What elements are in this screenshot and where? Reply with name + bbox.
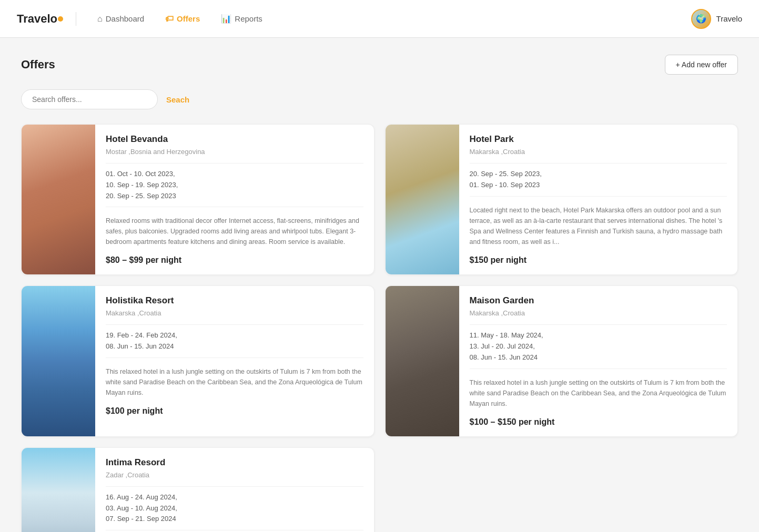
tag-icon: 🏷 (165, 14, 174, 24)
offer-image-hotel-bevanda (22, 125, 95, 274)
offer-card-holistika-resort[interactable]: Holistika Resort Makarska ,Croatia 19. F… (21, 285, 375, 436)
offer-location: Makarska ,Croatia (470, 148, 727, 156)
avatar: 🌍 (691, 9, 711, 29)
offer-card-maison-garden[interactable]: Maison Garden Makarska ,Croatia 11. May … (385, 285, 738, 436)
offer-card-intima-resort[interactable]: Intima Resord Zadar ,Croatia 16. Aug - 2… (21, 447, 375, 532)
chart-icon: 📊 (221, 14, 231, 24)
offer-location: Makarska ,Croatia (106, 309, 363, 317)
header: Travelo ⌂ Dashboard 🏷 Offers 📊 Reports 🌍… (0, 0, 759, 38)
offer-image-placeholder (22, 286, 95, 436)
logo[interactable]: Travelo (17, 12, 76, 26)
offer-name: Hotel Bevanda (106, 134, 363, 145)
user-name: Travelo (716, 14, 742, 23)
offer-content-hotel-bevanda: Hotel Bevanda Mostar ,Bosnia and Herzego… (95, 125, 374, 274)
search-button[interactable]: Seach (166, 95, 189, 104)
offer-card-hotel-bevanda[interactable]: Hotel Bevanda Mostar ,Bosnia and Herzego… (21, 124, 375, 275)
offer-content-hotel-park: Hotel Park Makarska ,Croatia 20. Sep - 2… (459, 125, 738, 274)
nav-offers-label: Offers (177, 14, 200, 23)
logo-dot (58, 16, 63, 22)
offer-price: $100 per night (106, 406, 363, 416)
offer-dates: 19. Feb - 24. Feb 2024,08. Jun - 15. Jun… (106, 324, 363, 358)
page-title: Offers (21, 58, 55, 71)
offers-grid: Hotel Bevanda Mostar ,Bosnia and Herzego… (21, 124, 738, 532)
offer-image-holistika-resort (22, 286, 95, 436)
search-input[interactable] (21, 89, 158, 109)
main-nav: ⌂ Dashboard 🏷 Offers 📊 Reports (89, 9, 691, 28)
offer-description: This relaxed hotel in a lush jungle sett… (106, 363, 363, 401)
offer-price: $100 – $150 per night (470, 417, 727, 427)
offer-image-placeholder (22, 125, 95, 274)
offer-content-maison-garden: Maison Garden Makarska ,Croatia 11. May … (459, 286, 738, 436)
offer-image-intima-resort (22, 448, 95, 532)
offer-name: Holistika Resort (106, 295, 363, 306)
logo-text: Travelo (17, 12, 57, 26)
offer-price: $150 per night (470, 255, 727, 265)
nav-reports-label: Reports (235, 14, 262, 23)
offer-dates: 01. Oct - 10. Oct 2023,10. Sep - 19. Sep… (106, 163, 363, 207)
offer-location: Zadar ,Croatia (106, 471, 363, 479)
nav-offers[interactable]: 🏷 Offers (157, 10, 208, 28)
offer-dates: 16. Aug - 24. Aug 2024,03. Aug - 10. Aug… (106, 486, 363, 530)
nav-reports[interactable]: 📊 Reports (212, 9, 271, 28)
offer-image-placeholder (22, 448, 95, 532)
offer-description: Located right next to the beach, Hotel P… (470, 202, 727, 250)
offer-description: Relaxed rooms with traditional decor off… (106, 212, 363, 250)
home-icon: ⌂ (97, 14, 103, 24)
page-header: Offers + Add new offer (21, 55, 738, 75)
offer-name: Intima Resord (106, 457, 363, 468)
offer-location: Mostar ,Bosnia and Herzegovina (106, 148, 363, 156)
offer-price: $80 – $99 per night (106, 255, 363, 265)
search-row: Seach (21, 89, 738, 109)
offer-description: This relaxed hotel in a lush jungle sett… (470, 374, 727, 412)
offer-name: Hotel Park (470, 134, 727, 145)
nav-dashboard[interactable]: ⌂ Dashboard (89, 10, 153, 28)
offer-dates: 11. May - 18. May 2024,13. Jul - 20. Jul… (470, 324, 727, 369)
offer-content-holistika-resort: Holistika Resort Makarska ,Croatia 19. F… (95, 286, 374, 436)
add-new-offer-button[interactable]: + Add new offer (665, 55, 738, 75)
main-content: Offers + Add new offer Seach Hotel Bevan… (0, 38, 759, 532)
offer-dates: 20. Sep - 25. Sep 2023,01. Sep - 10. Sep… (470, 163, 727, 197)
offer-location: Makarska ,Croatia (470, 309, 727, 317)
offer-image-placeholder (386, 286, 459, 436)
nav-dashboard-label: Dashboard (106, 14, 144, 23)
offer-card-hotel-park[interactable]: Hotel Park Makarska ,Croatia 20. Sep - 2… (385, 124, 738, 275)
user-menu[interactable]: 🌍 Travelo (691, 9, 742, 29)
offer-image-maison-garden (386, 286, 459, 436)
offer-image-placeholder (386, 125, 459, 274)
offer-content-intima-resort: Intima Resord Zadar ,Croatia 16. Aug - 2… (95, 448, 374, 532)
offer-name: Maison Garden (470, 295, 727, 306)
offer-image-hotel-park (386, 125, 459, 274)
